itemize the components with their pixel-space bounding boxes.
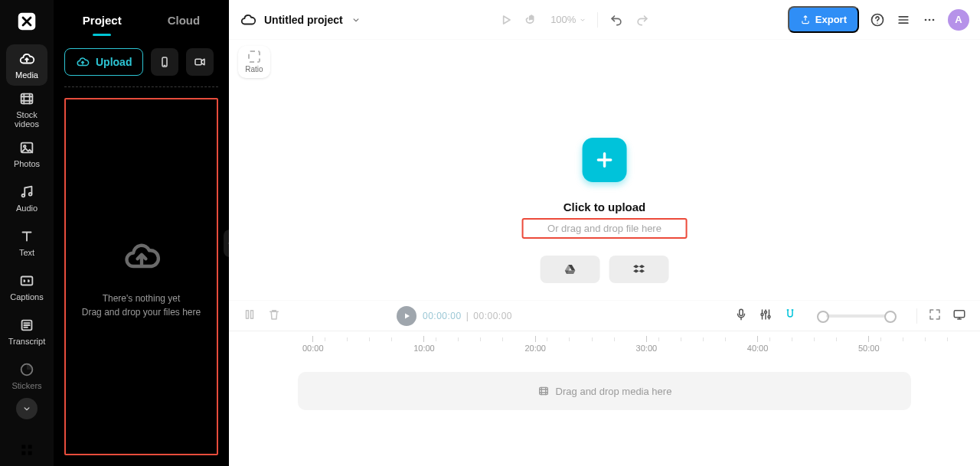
chevron-down-icon[interactable] — [351, 15, 361, 25]
media-track-dropzone[interactable]: Drag and drop media here — [298, 372, 911, 410]
main-area: Untitled project 100% — [229, 0, 980, 466]
ruler-mark: 40:00 — [747, 336, 769, 353]
app-logo[interactable] — [8, 6, 45, 37]
tab-project[interactable]: Project — [83, 14, 122, 27]
topbar: Untitled project 100% — [229, 0, 980, 40]
time-total: 00:00:00 — [473, 311, 512, 321]
ruler-mark: 50:00 — [858, 336, 880, 353]
rail-item-audio[interactable]: Audio — [6, 178, 47, 219]
help-button[interactable] — [870, 12, 885, 28]
svg-rect-1 — [21, 94, 33, 104]
project-title[interactable]: Untitled project — [264, 14, 343, 26]
svg-point-19 — [933, 18, 935, 21]
play-preview-button[interactable] — [498, 12, 514, 28]
tab-cloud[interactable]: Cloud — [168, 14, 201, 27]
timeline-options-button[interactable] — [759, 308, 773, 324]
upload-button[interactable]: Upload — [64, 48, 143, 76]
ruler-mark: 00:00 — [302, 336, 324, 353]
fullscreen-icon — [928, 308, 942, 321]
svg-point-18 — [929, 18, 931, 21]
svg-rect-14 — [195, 59, 201, 65]
zoom-percent[interactable]: 100% — [550, 14, 586, 25]
svg-point-17 — [925, 18, 927, 21]
undo-button[interactable] — [609, 12, 624, 28]
chevron-down-icon — [21, 403, 32, 414]
svg-rect-12 — [28, 451, 32, 455]
redo-button[interactable] — [635, 12, 650, 28]
rail-label: Audio — [16, 204, 38, 213]
plus-icon — [594, 149, 616, 171]
empty-line2: Drag and drop your files here — [82, 307, 201, 318]
svg-point-5 — [29, 193, 32, 196]
rail-more-button[interactable] — [16, 398, 38, 419]
video-camera-icon — [193, 55, 207, 69]
rail-item-stickers[interactable]: Stickers — [6, 355, 47, 396]
upload-row: Upload — [54, 36, 229, 82]
upload-plus-button[interactable] — [583, 138, 627, 182]
media-dropzone[interactable]: There's nothing yet Drag and drop your f… — [64, 98, 218, 455]
upload-label: Upload — [96, 56, 132, 68]
rail-item-text[interactable]: Text — [6, 222, 47, 263]
trash-icon — [267, 308, 281, 321]
separator — [916, 308, 917, 324]
layers-button[interactable] — [896, 12, 911, 28]
dots-icon — [922, 12, 937, 28]
user-avatar[interactable]: A — [948, 9, 969, 31]
split-button[interactable] — [243, 308, 256, 324]
ratio-label: Ratio — [245, 65, 263, 73]
ratio-button[interactable]: Ratio — [238, 46, 270, 78]
track-drop-hint: Drag and drop media here — [556, 386, 672, 397]
rail-item-photos[interactable]: Photos — [6, 133, 47, 174]
svg-rect-6 — [21, 277, 33, 285]
stack-icon — [896, 12, 911, 28]
more-menu-button[interactable] — [922, 12, 937, 28]
svg-point-24 — [764, 311, 766, 313]
timeline-ruler[interactable]: 00:0010:0020:0030:0040:0050:00 — [229, 331, 980, 358]
cloud-upload-icon — [76, 55, 90, 69]
monitor-button[interactable] — [952, 308, 966, 324]
svg-rect-21 — [251, 310, 253, 318]
ratio-icon — [248, 51, 260, 63]
record-button[interactable] — [186, 48, 214, 76]
zoom-slider[interactable] — [826, 314, 887, 318]
delete-button[interactable] — [267, 308, 281, 324]
svg-rect-20 — [247, 310, 249, 318]
play-button[interactable] — [397, 306, 416, 326]
separator — [597, 12, 598, 28]
svg-point-25 — [768, 315, 770, 318]
timeline-controls: 00:00:00 | 00:00:00 — [229, 300, 980, 331]
panel-tabs: Project Cloud — [54, 0, 229, 36]
rail-item-media[interactable]: Media — [6, 44, 47, 86]
monitor-icon — [952, 308, 966, 321]
svg-rect-9 — [21, 445, 25, 448]
captions-icon — [18, 272, 35, 289]
phone-import-button[interactable] — [151, 48, 178, 76]
magnet-button[interactable] — [783, 308, 797, 324]
fullscreen-button[interactable] — [928, 308, 942, 324]
cloud-icon — [240, 11, 256, 28]
hand-tool-button[interactable] — [524, 12, 540, 28]
rail-label: Transcript — [8, 337, 46, 346]
chevron-down-icon — [579, 16, 586, 24]
time-current: 00:00:00 — [423, 311, 462, 321]
rail-item-transcript[interactable]: Transcript — [6, 311, 47, 352]
timecode: 00:00:00 | 00:00:00 — [423, 311, 512, 321]
help-icon — [870, 12, 885, 28]
rail-bottom-item[interactable] — [6, 438, 47, 461]
mic-icon — [734, 308, 748, 321]
rail-item-captions[interactable]: Captions — [6, 266, 47, 308]
film-icon — [537, 385, 550, 397]
google-drive-button[interactable] — [541, 256, 600, 283]
dropbox-button[interactable] — [609, 256, 669, 283]
export-button[interactable]: Export — [788, 6, 859, 33]
ruler-mark: 30:00 — [636, 336, 658, 353]
rail-item-stock-videos[interactable]: Stock videos — [6, 89, 47, 130]
image-icon — [18, 139, 35, 156]
click-to-upload-text: Click to upload — [564, 200, 646, 213]
cloud-upload-large-icon — [120, 236, 163, 276]
music-icon — [18, 184, 35, 200]
film-icon — [18, 90, 35, 107]
canvas-uploader: Click to upload Or drag and drop file he… — [521, 138, 688, 283]
voiceover-button[interactable] — [734, 308, 748, 324]
transcript-icon — [18, 317, 35, 334]
